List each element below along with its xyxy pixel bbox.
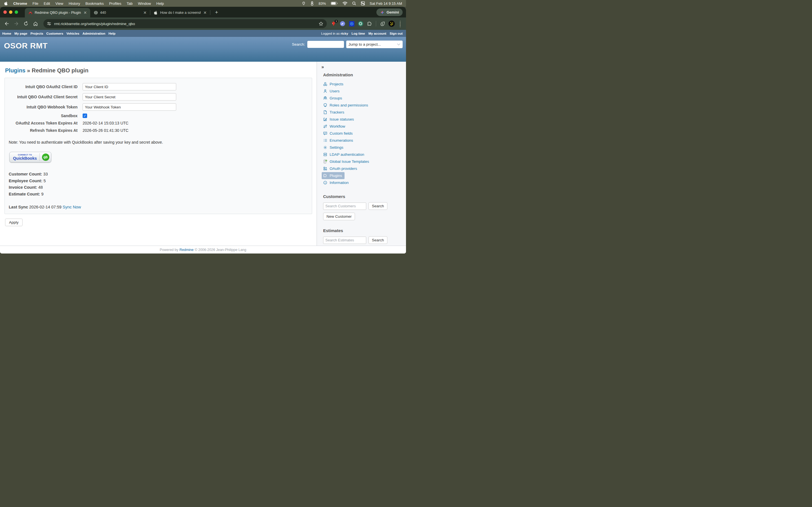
sidebar-item-label: Users	[329, 89, 340, 93]
menubar-item-view[interactable]: View	[55, 1, 63, 6]
redmine-topmenu: Home My page Projects Customers Vehicles…	[0, 30, 406, 37]
sidebar-item-projects[interactable]: Projects	[323, 80, 403, 88]
sidebar-item-label: Custom fields	[329, 131, 353, 135]
toolbar-separator	[376, 21, 376, 26]
wifi-icon[interactable]	[343, 2, 347, 5]
topmenu-home[interactable]: Home	[2, 32, 11, 35]
bookmark-star-icon[interactable]	[319, 21, 323, 26]
apply-button[interactable]: Apply	[5, 219, 22, 226]
menubar-item-file[interactable]: File	[33, 1, 38, 6]
sidebar-item-information[interactable]: Information	[323, 179, 403, 186]
apple-logo-icon[interactable]	[4, 1, 8, 6]
address-bar[interactable]: rmt.rickbarrette.org/settings/plugin/red…	[43, 19, 327, 28]
extension-badge: 1	[335, 20, 338, 23]
url-text[interactable]: rmt.rickbarrette.org/settings/plugin/red…	[54, 22, 316, 26]
menubar-clock[interactable]: Sat Feb 14 9:15 AM	[370, 1, 402, 6]
purple-extension-icon[interactable]	[340, 21, 345, 26]
topmenu-help[interactable]: Help	[109, 32, 116, 35]
sandbox-checkbox[interactable]: ✓	[83, 114, 87, 118]
blue-at-extension-icon[interactable]	[349, 21, 354, 26]
menubar-item-window[interactable]: Window	[138, 1, 151, 6]
tune-icon[interactable]	[47, 21, 51, 26]
extensions-puzzle-icon[interactable]	[367, 21, 372, 26]
topmenu-customers[interactable]: Customers	[46, 32, 63, 35]
grammarly-extension-icon[interactable]	[358, 21, 363, 26]
menubar-item-bookmarks[interactable]: Bookmarks	[86, 1, 104, 6]
topmenu-log-time[interactable]: Log time	[352, 32, 365, 35]
project-jump-select[interactable]: Jump to a project...	[346, 41, 403, 48]
client-id-field[interactable]	[83, 83, 176, 91]
forward-button[interactable]	[12, 20, 20, 27]
battery-percent: 83%	[319, 1, 326, 6]
profile-avatar[interactable]	[389, 20, 395, 27]
redmine-link[interactable]: Redmine	[180, 248, 194, 252]
figure8-app-icon[interactable]	[310, 1, 314, 6]
gemini-button[interactable]: Gemini	[376, 8, 403, 16]
tab-screenshot-help[interactable]: How do I make a screenshot a ✕	[150, 8, 210, 17]
sidebar-item-enumerations[interactable]: Enumerations	[323, 137, 403, 144]
sync-now-link[interactable]: Sync Now	[63, 205, 81, 209]
control-center-icon[interactable]	[361, 1, 365, 5]
client-secret-label: Intuit QBO OAuth2 Client Secret	[9, 95, 78, 99]
back-button[interactable]	[3, 20, 11, 27]
sidebar-item-settings[interactable]: Settings	[323, 144, 403, 151]
menubar-item-tab[interactable]: Tab	[126, 1, 133, 6]
home-button[interactable]	[32, 20, 40, 27]
sidebar-item-issue-statuses[interactable]: Issue statuses	[323, 116, 403, 123]
menubar-item-edit[interactable]: Edit	[44, 1, 50, 6]
sidebar-item-trackers[interactable]: Trackers	[323, 109, 403, 116]
webhook-token-field[interactable]	[83, 103, 176, 111]
extensions-row: 1 ⋮⋮⋮	[331, 20, 403, 27]
energy-saver-icon[interactable]	[379, 21, 385, 26]
search-estimates-input[interactable]	[323, 237, 366, 244]
topmenu-sign-out[interactable]: Sign out	[390, 32, 403, 35]
breadcrumb-plugins-link[interactable]: Plugins	[5, 67, 26, 73]
connect-to-quickbooks-button[interactable]: CONNECT TO QuickBooks qb	[9, 152, 51, 163]
search-customers-button[interactable]: Search	[368, 202, 388, 210]
reload-button[interactable]	[22, 20, 30, 27]
template-plus-icon	[323, 159, 327, 164]
sidebar-item-oauth-providers[interactable]: OAuth providers	[323, 165, 403, 172]
header-search-input[interactable]	[307, 41, 344, 48]
sidebar-item-workflow[interactable]: Workflow	[323, 123, 403, 130]
tab-440[interactable]: 440 ✕	[90, 8, 150, 17]
tab-divider	[210, 10, 210, 15]
search-estimates-button[interactable]: Search	[368, 236, 388, 244]
pin-app-icon[interactable]	[302, 1, 306, 6]
collapse-sidebar-icon[interactable]: »	[321, 64, 403, 69]
sidebar-item-custom-fields[interactable]: Custom fields	[323, 130, 403, 137]
close-tab-icon[interactable]: ✕	[83, 10, 87, 15]
chrome-menu-icon[interactable]: ⋮⋮⋮	[398, 22, 402, 26]
menubar-item-history[interactable]: History	[68, 1, 80, 6]
new-tab-button[interactable]: +	[213, 9, 220, 15]
sidebar-item-roles[interactable]: Roles and permissions	[323, 102, 403, 109]
zoom-window-button[interactable]	[15, 10, 18, 14]
topmenu-vehicles[interactable]: Vehicles	[66, 32, 79, 35]
redgem-extension-icon[interactable]: 1	[331, 21, 336, 26]
close-window-button[interactable]	[3, 10, 7, 14]
topmenu-my-page[interactable]: My page	[14, 32, 28, 35]
sidebar-item-ldap[interactable]: LDAP authentication	[323, 151, 403, 158]
menubar-app-name[interactable]: Chrome	[13, 1, 27, 6]
topmenu-administration[interactable]: Administration	[82, 32, 105, 35]
topmenu-projects[interactable]: Projects	[31, 32, 43, 35]
close-tab-icon[interactable]: ✕	[203, 10, 207, 15]
sidebar-item-groups[interactable]: Groups	[323, 95, 403, 102]
chevron-down-icon	[397, 42, 400, 47]
list-icon	[323, 138, 327, 143]
close-tab-icon[interactable]: ✕	[143, 10, 147, 15]
search-label: Search:	[292, 42, 305, 47]
refresh-token-expiry-value: 2026-05-26 01:41:30 UTC	[83, 128, 129, 133]
sidebar-item-plugins[interactable]: Plugins	[322, 172, 345, 179]
menubar-item-profiles[interactable]: Profiles	[109, 1, 121, 6]
client-secret-field[interactable]	[83, 93, 176, 101]
spotlight-search-icon[interactable]	[352, 1, 356, 5]
sidebar-item-global-issue-templates[interactable]: Global Issue Templates	[323, 158, 403, 165]
sidebar-item-users[interactable]: Users	[323, 88, 403, 95]
new-customer-button[interactable]: New Customer	[323, 213, 355, 220]
topmenu-my-account[interactable]: My account	[368, 32, 386, 35]
tab-redmine-qbo[interactable]: Redmine QBO plugin - Plugins ✕	[25, 8, 90, 17]
menubar-item-help[interactable]: Help	[156, 1, 164, 6]
search-customers-input[interactable]	[323, 203, 366, 210]
minimize-window-button[interactable]	[9, 10, 12, 14]
